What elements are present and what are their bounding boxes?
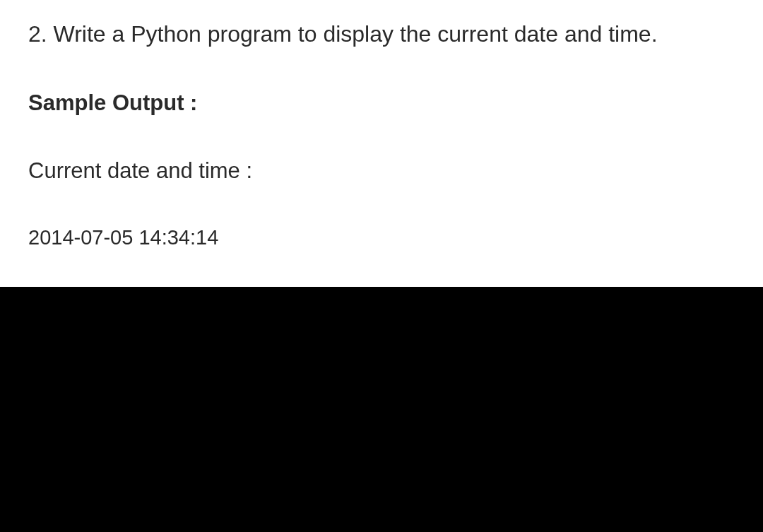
output-header: Current date and time : bbox=[28, 158, 735, 184]
sample-output-label: Sample Output : bbox=[28, 90, 735, 116]
question-text: 2. Write a Python program to display the… bbox=[28, 17, 735, 51]
document-content: 2. Write a Python program to display the… bbox=[0, 0, 763, 287]
output-datetime-value: 2014-07-05 14:34:14 bbox=[28, 226, 735, 249]
